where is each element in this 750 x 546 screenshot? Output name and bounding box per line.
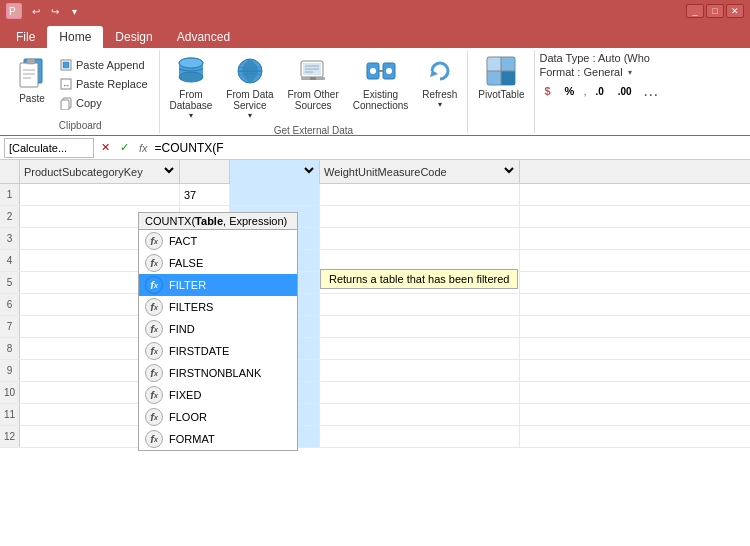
cell-2-4[interactable]	[320, 206, 520, 227]
cell-8-4[interactable]	[320, 338, 520, 359]
svg-marker-32	[430, 70, 438, 77]
cell-9-4[interactable]	[320, 360, 520, 381]
autocomplete-label-fixed: FIXED	[169, 389, 201, 401]
from-other-sources-button[interactable]: From Other Sources	[284, 52, 343, 114]
copy-button[interactable]: Copy	[56, 94, 151, 112]
from-data-service-icon	[234, 55, 266, 87]
decimal-inc-btn[interactable]: .0	[590, 84, 608, 99]
cell-12-4[interactable]	[320, 426, 520, 447]
svg-point-17	[179, 58, 203, 68]
format-dropdown-arrow[interactable]: ▾	[628, 68, 632, 77]
decimal-dec-btn[interactable]: .00	[613, 84, 637, 99]
autocomplete-label-firstnonblank: FIRSTNONBLANK	[169, 367, 261, 379]
autocomplete-item-fact[interactable]: fx FACT	[139, 230, 297, 252]
data-type-text: Data Type : Auto (Who	[539, 52, 742, 64]
paste-append-button[interactable]: Paste Append	[56, 56, 151, 74]
confirm-formula-button[interactable]: ✓	[117, 141, 132, 154]
row-num-1: 1	[0, 184, 20, 205]
fx-button[interactable]: fx	[136, 142, 151, 154]
svg-point-31	[386, 68, 392, 74]
col-header-product-key-dropdown[interactable]: ▾	[163, 164, 177, 176]
col-header-col1-dropdown[interactable]: ▾	[303, 164, 317, 176]
autocomplete-item-firstnonblank[interactable]: fx FIRSTNONBLANK	[139, 362, 297, 384]
refresh-button[interactable]: Refresh ▾	[418, 52, 461, 112]
autocomplete-label-format: FORMAT	[169, 433, 215, 445]
autocomplete-item-fixed[interactable]: fx FIXED	[139, 384, 297, 406]
from-data-service-button[interactable]: From Data Service ▾	[222, 52, 277, 123]
cell-1-3[interactable]	[230, 184, 320, 205]
filter-tooltip: Returns a table that has been filtered	[320, 269, 518, 289]
cell-7-4[interactable]	[320, 316, 520, 337]
tab-file[interactable]: File	[4, 26, 47, 48]
func-icon-fixed: fx	[145, 386, 163, 404]
grid-body: 1 37 2 37 3 37 4 37 5	[0, 184, 750, 448]
pivot-group: PivotTable	[468, 50, 535, 133]
pivot-table-icon	[485, 55, 517, 87]
cell-1-2[interactable]: 37	[180, 184, 230, 205]
maximize-button[interactable]: □	[706, 4, 724, 18]
autocomplete-item-false[interactable]: fx FALSE	[139, 252, 297, 274]
clipboard-buttons: Paste Paste Append ↔ Paste Replace Copy	[10, 52, 151, 118]
table-row: 1 37	[0, 184, 750, 206]
pivot-table-button[interactable]: PivotTable	[474, 52, 528, 103]
svg-rect-35	[501, 57, 515, 71]
redo-button[interactable]: ↪	[47, 4, 63, 18]
clipboard-label: Clipboard	[59, 118, 102, 131]
cancel-formula-button[interactable]: ✕	[98, 141, 113, 154]
cell-3-4[interactable]	[320, 228, 520, 249]
existing-connections-icon	[365, 55, 397, 87]
close-button[interactable]: ✕	[726, 4, 744, 18]
svg-rect-13	[61, 100, 69, 110]
cell-1-1[interactable]	[20, 184, 180, 205]
paste-replace-button[interactable]: ↔ Paste Replace	[56, 75, 151, 93]
cell-10-4[interactable]	[320, 382, 520, 403]
tab-advanced[interactable]: Advanced	[165, 26, 242, 48]
percent-btn[interactable]: %	[560, 83, 580, 99]
qa-extra[interactable]: ▾	[66, 4, 82, 18]
function-tooltip: COUNTX(Table, Expression)	[138, 212, 298, 230]
name-box[interactable]	[4, 138, 94, 158]
row-num-8: 8	[0, 338, 20, 359]
from-database-button[interactable]: From Database ▾	[166, 52, 217, 123]
cell-4-4[interactable]	[320, 250, 520, 271]
minimize-button[interactable]: _	[686, 4, 704, 18]
svg-rect-3	[20, 63, 38, 87]
dollar-btn[interactable]: $	[539, 83, 555, 99]
existing-connections-button[interactable]: Existing Connections	[349, 52, 413, 114]
table-row: 3 37	[0, 228, 750, 250]
tab-home[interactable]: Home	[47, 26, 103, 48]
get-external-label: Get External Data	[274, 123, 353, 136]
autocomplete-item-firstdate[interactable]: fx FIRSTDATE	[139, 340, 297, 362]
refresh-dropdown: ▾	[438, 100, 442, 109]
format-text: Format : General	[539, 66, 622, 78]
row-num-10: 10	[0, 382, 20, 403]
func-icon-firstnonblank: fx	[145, 364, 163, 382]
autocomplete-label-filter: FILTER	[169, 279, 206, 291]
window-controls: _ □ ✕	[686, 4, 744, 18]
from-database-icon	[175, 55, 207, 87]
func-icon-find: fx	[145, 320, 163, 338]
autocomplete-item-filters[interactable]: fx FILTERS	[139, 296, 297, 318]
tab-design[interactable]: Design	[103, 26, 164, 48]
col-header-weight-dropdown[interactable]: ▾	[503, 164, 517, 176]
paste-button[interactable]: Paste	[10, 52, 54, 107]
autocomplete-item-format[interactable]: fx FORMAT	[139, 428, 297, 450]
autocomplete-item-filter[interactable]: fx FILTER	[139, 274, 297, 296]
col-header-weight: WeightUnitMeasureCode ▾	[320, 160, 520, 184]
ribbon: Paste Paste Append ↔ Paste Replace Copy …	[0, 48, 750, 136]
table-row: 11 37	[0, 404, 750, 426]
row-num-2: 2	[0, 206, 20, 227]
svg-rect-36	[487, 71, 501, 85]
cell-6-4[interactable]	[320, 294, 520, 315]
clipboard-group: Paste Paste Append ↔ Paste Replace Copy …	[4, 50, 160, 133]
formula-input[interactable]	[155, 141, 746, 155]
row-num-11: 11	[0, 404, 20, 425]
col-header-product-key: ProductSubcategoryKey ▾	[20, 160, 180, 184]
app-icon: P	[6, 3, 22, 19]
cell-11-4[interactable]	[320, 404, 520, 425]
row-num-6: 6	[0, 294, 20, 315]
undo-button[interactable]: ↩	[28, 4, 44, 18]
cell-1-4[interactable]	[320, 184, 520, 205]
autocomplete-item-find[interactable]: fx FIND	[139, 318, 297, 340]
autocomplete-item-floor[interactable]: fx FLOOR	[139, 406, 297, 428]
